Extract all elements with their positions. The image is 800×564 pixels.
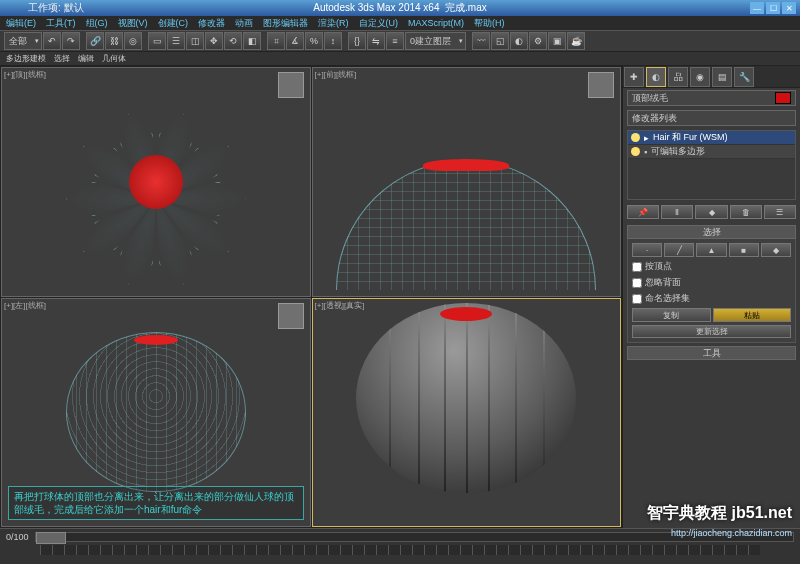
ignore-backface-checkbox[interactable]: 忽略背面 (632, 276, 791, 289)
curve-editor-button[interactable]: 〰 (472, 32, 490, 50)
project-label: 工作项: 默认 (28, 1, 84, 15)
unlink-button[interactable]: ⛓ (105, 32, 123, 50)
menu-anim[interactable]: 动画 (235, 17, 253, 30)
material-editor-button[interactable]: ◐ (510, 32, 528, 50)
paste-selset-button[interactable]: 粘贴 (713, 308, 792, 322)
frame-readout: 0/100 (6, 532, 29, 542)
menu-maxscript[interactable]: MAXScript(M) (408, 18, 464, 28)
select-button[interactable]: ▭ (148, 32, 166, 50)
ribbon-tab-poly[interactable]: 多边形建模 (6, 53, 46, 64)
motion-tab[interactable]: ◉ (690, 67, 710, 87)
update-selection-button[interactable]: 更新选择 (632, 325, 791, 338)
maximize-button[interactable]: ☐ (766, 2, 780, 14)
link-button[interactable]: 🔗 (86, 32, 104, 50)
viewport-label[interactable]: [+][透视][真实] (315, 300, 365, 311)
render-button[interactable]: ☕ (567, 32, 585, 50)
object-color-swatch[interactable] (775, 92, 791, 104)
make-unique-button[interactable]: ◆ (695, 205, 727, 219)
named-selset-checkbox[interactable]: 命名选择集 (632, 292, 791, 305)
stack-item-editpoly[interactable]: ▪可编辑多边形 (628, 145, 795, 159)
watermark-url: http://jiaocheng.chazidian.com (671, 528, 792, 538)
menu-modifiers[interactable]: 修改器 (198, 17, 225, 30)
copy-selset-button[interactable]: 复制 (632, 308, 711, 322)
subobj-edge-button[interactable]: ╱ (664, 243, 694, 257)
modifier-list-dropdown[interactable]: 修改器列表 (627, 110, 796, 126)
shaded-perspective (336, 293, 596, 493)
object-name-field[interactable]: 顶部绒毛 (627, 90, 796, 106)
viewport-perspective[interactable]: [+][透视][真实] (312, 298, 622, 528)
viewport-label[interactable]: [+][前][线框] (315, 69, 357, 80)
subobj-element-button[interactable]: ◆ (761, 243, 791, 257)
selected-polys (129, 155, 183, 209)
bulb-icon[interactable] (631, 133, 640, 142)
close-button[interactable]: ✕ (782, 2, 796, 14)
spinner-snap-toggle[interactable]: ↕ (324, 32, 342, 50)
menu-edit[interactable]: 编辑(E) (6, 17, 36, 30)
menu-group[interactable]: 组(G) (86, 17, 108, 30)
time-slider-thumb[interactable] (36, 532, 66, 544)
rotate-button[interactable]: ⟲ (224, 32, 242, 50)
render-frame-button[interactable]: ▣ (548, 32, 566, 50)
selected-polys (423, 159, 509, 171)
modifier-stack[interactable]: ▸Hair 和 Fur (WSM) ▪可编辑多边形 (627, 130, 796, 200)
minimize-button[interactable]: — (750, 2, 764, 14)
viewport-top[interactable]: [+][顶][线框] (1, 67, 311, 297)
by-vertex-checkbox[interactable]: 按顶点 (632, 260, 791, 273)
render-setup-button[interactable]: ⚙ (529, 32, 547, 50)
menu-view[interactable]: 视图(V) (118, 17, 148, 30)
schematic-button[interactable]: ◱ (491, 32, 509, 50)
select-region-button[interactable]: ◫ (186, 32, 204, 50)
rollout-tools-header[interactable]: 工具 (627, 346, 796, 360)
menu-graph[interactable]: 图形编辑器 (263, 17, 308, 30)
viewport-left[interactable]: [+][左][线框] 再把打球体的顶部也分离出来，让分离出来的部分做仙人球的顶部… (1, 298, 311, 528)
named-selset-button[interactable]: {} (348, 32, 366, 50)
modify-tab[interactable]: ◐ (646, 67, 666, 87)
remove-mod-button[interactable]: 🗑 (730, 205, 762, 219)
snap-toggle[interactable]: ⌗ (267, 32, 285, 50)
scale-button[interactable]: ◧ (243, 32, 261, 50)
mirror-button[interactable]: ⇋ (367, 32, 385, 50)
create-tab[interactable]: ✚ (624, 67, 644, 87)
align-button[interactable]: ≡ (386, 32, 404, 50)
angle-snap-toggle[interactable]: ∡ (286, 32, 304, 50)
viewcube[interactable] (588, 72, 614, 98)
bulb-icon[interactable] (631, 147, 640, 156)
select-name-button[interactable]: ☰ (167, 32, 185, 50)
ribbon-tab-select[interactable]: 选择 (54, 53, 70, 64)
layer-dropdown[interactable]: 0建立图层 (405, 32, 466, 50)
viewcube[interactable] (278, 72, 304, 98)
viewport-front[interactable]: [+][前][线框] (312, 67, 622, 297)
redo-button[interactable]: ↷ (62, 32, 80, 50)
move-button[interactable]: ✥ (205, 32, 223, 50)
time-ruler[interactable] (40, 545, 760, 555)
menu-help[interactable]: 帮助(H) (474, 17, 505, 30)
ribbon-tab-edit[interactable]: 编辑 (78, 53, 94, 64)
utilities-tab[interactable]: 🔧 (734, 67, 754, 87)
menu-render[interactable]: 渲染(R) (318, 17, 349, 30)
viewport-label[interactable]: [+][顶][线框] (4, 69, 46, 80)
subobj-vertex-button[interactable]: · (632, 243, 662, 257)
display-tab[interactable]: ▤ (712, 67, 732, 87)
percent-snap-toggle[interactable]: % (305, 32, 323, 50)
stack-item-hairfur[interactable]: ▸Hair 和 Fur (WSM) (628, 131, 795, 145)
menu-bar: 编辑(E) 工具(T) 组(G) 视图(V) 创建(C) 修改器 动画 图形编辑… (0, 16, 800, 30)
configure-button[interactable]: ☰ (764, 205, 796, 219)
pin-stack-button[interactable]: 📌 (627, 205, 659, 219)
menu-create[interactable]: 创建(C) (158, 17, 189, 30)
menu-tools[interactable]: 工具(T) (46, 17, 76, 30)
selected-polys (440, 307, 492, 321)
viewport-label[interactable]: [+][左][线框] (4, 300, 46, 311)
viewcube[interactable] (278, 303, 304, 329)
show-end-button[interactable]: Ⅱ (661, 205, 693, 219)
title-bar: 工作项: 默认 Autodesk 3ds Max 2014 x64 完成.max… (0, 0, 800, 16)
hierarchy-tab[interactable]: 品 (668, 67, 688, 87)
rollout-selection-header[interactable]: 选择 (627, 225, 796, 239)
ribbon-tab-geom[interactable]: 几何体 (102, 53, 126, 64)
undo-button[interactable]: ↶ (43, 32, 61, 50)
tutorial-note: 再把打球体的顶部也分离出来，让分离出来的部分做仙人球的顶部绒毛，完成后给它添加一… (8, 486, 304, 520)
subobj-face-button[interactable]: ▲ (696, 243, 726, 257)
menu-custom[interactable]: 自定义(U) (359, 17, 399, 30)
subobj-poly-button[interactable]: ■ (729, 243, 759, 257)
bind-button[interactable]: ◎ (124, 32, 142, 50)
selection-filter-dropdown[interactable]: 全部 (4, 32, 42, 50)
